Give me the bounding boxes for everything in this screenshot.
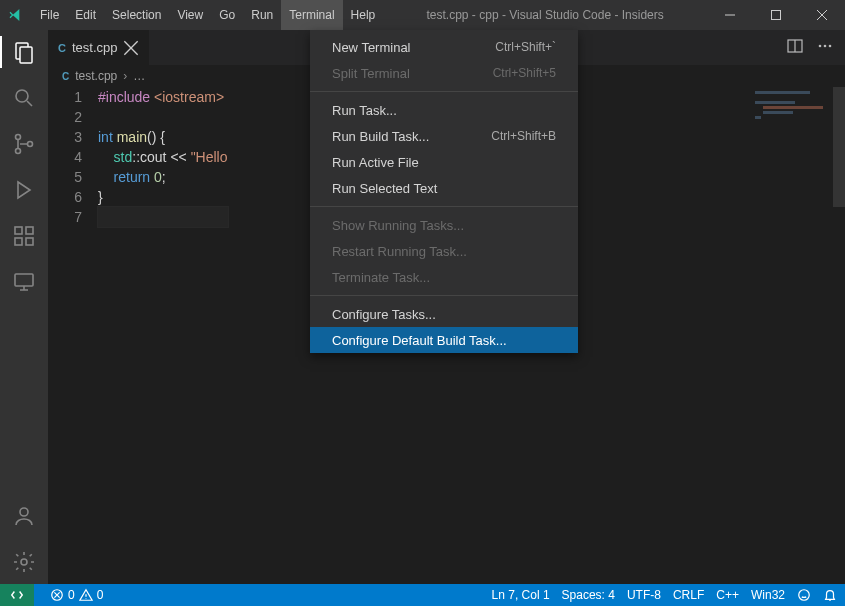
line-number: 3 <box>48 127 82 147</box>
line-number: 4 <box>48 147 82 167</box>
code-line[interactable]: std::cout << "Hello <box>98 147 228 167</box>
menu-item-run-selected-text[interactable]: Run Selected Text <box>310 175 578 201</box>
cpp-file-icon: C <box>58 42 66 54</box>
menu-selection[interactable]: Selection <box>104 0 169 30</box>
statusbar: 0 0 Ln 7, Col 1 Spaces: 4 UTF-8 CRLF C++… <box>0 584 845 606</box>
remote-explorer-icon[interactable] <box>10 268 38 296</box>
menu-run[interactable]: Run <box>243 0 281 30</box>
menu-item-label: Show Running Tasks... <box>332 218 464 233</box>
scrollbar-thumb[interactable] <box>833 87 845 207</box>
maximize-button[interactable] <box>753 0 799 30</box>
minimap[interactable] <box>751 87 831 187</box>
svg-point-5 <box>16 135 21 140</box>
menu-terminal[interactable]: Terminal <box>281 0 342 30</box>
breadcrumb-filename: test.cpp <box>75 69 117 83</box>
line-number: 6 <box>48 187 82 207</box>
svg-point-7 <box>28 142 33 147</box>
menu-item-label: Configure Tasks... <box>332 307 436 322</box>
menu-item-label: Restart Running Task... <box>332 244 467 259</box>
minimize-button[interactable] <box>707 0 753 30</box>
accounts-icon[interactable] <box>10 502 38 530</box>
menu-item-new-terminal[interactable]: New TerminalCtrl+Shift+` <box>310 34 578 60</box>
encoding-status[interactable]: UTF-8 <box>627 588 661 602</box>
close-button[interactable] <box>799 0 845 30</box>
cursor-position[interactable]: Ln 7, Col 1 <box>492 588 550 602</box>
code-line[interactable] <box>98 107 228 127</box>
indentation-status[interactable]: Spaces: 4 <box>562 588 615 602</box>
source-control-icon[interactable] <box>10 130 38 158</box>
menu-edit[interactable]: Edit <box>67 0 104 30</box>
svg-rect-3 <box>20 47 32 63</box>
more-actions-icon[interactable] <box>817 38 833 57</box>
svg-rect-11 <box>26 227 33 234</box>
svg-point-14 <box>21 559 27 565</box>
build-target[interactable]: Win32 <box>751 588 785 602</box>
menu-item-label: Run Selected Text <box>332 181 437 196</box>
close-icon[interactable] <box>123 40 139 56</box>
chevron-right-icon: › <box>123 69 127 83</box>
svg-point-18 <box>829 45 832 48</box>
menu-item-label: Run Active File <box>332 155 419 170</box>
code-line[interactable]: return 0; <box>98 167 228 187</box>
svg-point-13 <box>20 508 28 516</box>
menu-item-shortcut: Ctrl+Shift+B <box>491 129 556 143</box>
menu-item-terminate-task: Terminate Task... <box>310 264 578 290</box>
tab-filename: test.cpp <box>72 40 118 55</box>
menu-item-label: Terminate Task... <box>332 270 430 285</box>
settings-gear-icon[interactable] <box>10 548 38 576</box>
menu-item-run-build-task[interactable]: Run Build Task...Ctrl+Shift+B <box>310 123 578 149</box>
line-number-gutter: 1234567 <box>48 87 98 584</box>
error-count: 0 <box>68 588 75 602</box>
menu-item-run-active-file[interactable]: Run Active File <box>310 149 578 175</box>
line-number: 1 <box>48 87 82 107</box>
menu-item-shortcut: Ctrl+Shift+` <box>495 40 556 54</box>
vscode-insiders-icon <box>8 7 24 23</box>
problems-indicator[interactable]: 0 0 <box>50 588 103 602</box>
remote-indicator[interactable] <box>0 584 34 606</box>
language-mode[interactable]: C++ <box>716 588 739 602</box>
editor-area: C test.cpp C test.cpp › … 1234567 #inclu… <box>48 30 845 584</box>
split-editor-icon[interactable] <box>787 38 803 57</box>
menu-file[interactable]: File <box>32 0 67 30</box>
menu-view[interactable]: View <box>169 0 211 30</box>
svg-rect-8 <box>15 227 22 234</box>
eol-status[interactable]: CRLF <box>673 588 704 602</box>
explorer-icon[interactable] <box>10 38 38 66</box>
code-line[interactable]: } <box>98 187 228 207</box>
warning-count: 0 <box>97 588 104 602</box>
menu-go[interactable]: Go <box>211 0 243 30</box>
search-icon[interactable] <box>10 84 38 112</box>
menu-item-configure-default-build-task[interactable]: Configure Default Build Task... <box>310 327 578 353</box>
svg-rect-0 <box>725 15 735 16</box>
code-content[interactable]: #include <iostream> int main() { std::co… <box>98 87 228 584</box>
svg-point-16 <box>819 45 822 48</box>
svg-point-6 <box>16 149 21 154</box>
menu-help[interactable]: Help <box>343 0 384 30</box>
code-line[interactable]: int main() { <box>98 127 228 147</box>
activitybar <box>0 30 48 584</box>
cpp-file-icon: C <box>62 71 69 82</box>
menu-separator <box>310 206 578 207</box>
menu-item-label: Configure Default Build Task... <box>332 333 507 348</box>
menu-item-show-running-tasks: Show Running Tasks... <box>310 212 578 238</box>
svg-point-17 <box>824 45 827 48</box>
extensions-icon[interactable] <box>10 222 38 250</box>
tab-test-cpp[interactable]: C test.cpp <box>48 30 150 65</box>
code-line[interactable]: #include <iostream> <box>98 87 228 107</box>
menu-separator <box>310 91 578 92</box>
menu-item-label: New Terminal <box>332 40 411 55</box>
breadcrumb-ellipsis: … <box>133 69 145 83</box>
window-title: test.cpp - cpp - Visual Studio Code - In… <box>383 8 707 22</box>
menu-item-run-task[interactable]: Run Task... <box>310 97 578 123</box>
vertical-scrollbar[interactable] <box>833 87 845 584</box>
titlebar: FileEditSelectionViewGoRunTerminalHelp t… <box>0 0 845 30</box>
line-number: 7 <box>48 207 82 227</box>
menu-item-label: Run Task... <box>332 103 397 118</box>
menu-item-configure-tasks[interactable]: Configure Tasks... <box>310 301 578 327</box>
svg-rect-10 <box>26 238 33 245</box>
code-line[interactable] <box>98 207 228 227</box>
feedback-icon[interactable] <box>797 588 811 602</box>
menu-item-shortcut: Ctrl+Shift+5 <box>493 66 556 80</box>
notifications-icon[interactable] <box>823 588 837 602</box>
run-debug-icon[interactable] <box>10 176 38 204</box>
